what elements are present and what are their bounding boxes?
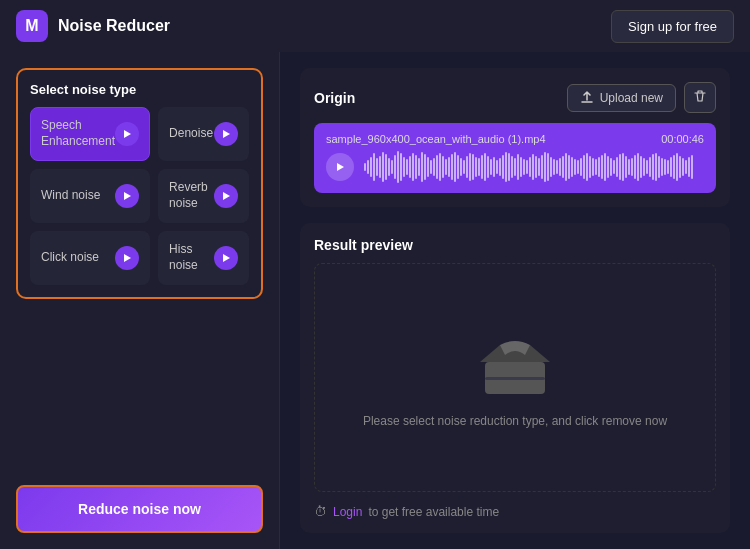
waveform-bar [691, 155, 693, 179]
waveform-bar [451, 154, 453, 180]
waveform-bar [658, 156, 660, 178]
login-link[interactable]: Login [333, 505, 362, 519]
waveform-bar [430, 160, 432, 174]
waveform-bar [460, 158, 462, 176]
waveform-bar [502, 155, 504, 179]
waveform-bar [583, 155, 585, 179]
noise-grid: SpeechEnhancement Denoise Wind noise [30, 107, 249, 285]
noise-item-label: Hiss noise [169, 242, 214, 273]
noise-play-btn-hiss[interactable] [214, 246, 238, 270]
waveform-bar [565, 153, 567, 181]
noise-item-denoise[interactable]: Denoise [158, 107, 249, 161]
audio-controls [326, 151, 704, 183]
waveform-bar [667, 160, 669, 174]
waveform-bar [466, 156, 468, 178]
waveform-bar [673, 155, 675, 179]
noise-item-reverb[interactable]: Reverb noise [158, 169, 249, 223]
upload-new-button[interactable]: Upload new [567, 84, 676, 112]
waveform-bar [376, 158, 378, 176]
noise-play-btn-reverb[interactable] [214, 184, 238, 208]
waveform-bar [397, 151, 399, 183]
svg-marker-2 [124, 192, 131, 200]
waveform-bar [670, 157, 672, 177]
waveform-bar [505, 152, 507, 182]
waveform-bar [556, 160, 558, 174]
svg-rect-8 [485, 377, 545, 380]
waveform-bar [538, 158, 540, 176]
empty-state-icon [470, 327, 560, 402]
waveform-bar [580, 158, 582, 176]
waveform-bar [535, 156, 537, 178]
waveform-bar [586, 153, 588, 181]
result-title: Result preview [314, 237, 716, 253]
waveform-bar [370, 157, 372, 177]
svg-marker-0 [124, 130, 131, 138]
waveform-bar [661, 158, 663, 176]
waveform-bar [514, 158, 516, 176]
waveform-bar [523, 159, 525, 175]
footer-suffix: to get free available time [368, 505, 499, 519]
result-content: Please select noise reduction type, and … [314, 263, 716, 492]
waveform-bar [517, 154, 519, 180]
waveform-bar [463, 160, 465, 174]
app-logo: M [16, 10, 48, 42]
app-header: M Noise Reducer Sign up for free [0, 0, 750, 52]
waveform-bar [541, 155, 543, 179]
waveform-bar [439, 153, 441, 181]
delete-button[interactable] [684, 82, 716, 113]
upload-icon [580, 91, 594, 105]
waveform-bar [511, 156, 513, 178]
noise-item-label: Wind noise [41, 188, 100, 204]
waveform-bar [403, 157, 405, 177]
noise-item-label: Click noise [41, 250, 99, 266]
clock-icon: ⏱ [314, 504, 327, 519]
waveform-bar [496, 160, 498, 174]
waveform-bar [472, 154, 474, 180]
noise-item-speech[interactable]: SpeechEnhancement [30, 107, 150, 161]
noise-item-wind[interactable]: Wind noise [30, 169, 150, 223]
waveform-bar [442, 156, 444, 178]
waveform-bar [394, 155, 396, 179]
waveform-bar [454, 152, 456, 182]
waveform-bar [526, 160, 528, 174]
noise-play-btn-wind[interactable] [115, 184, 139, 208]
signup-button[interactable]: Sign up for free [611, 10, 734, 43]
play-button[interactable] [326, 153, 354, 181]
waveform-bar [613, 160, 615, 174]
waveform-bar [592, 158, 594, 176]
waveform-bar [478, 158, 480, 176]
svg-marker-3 [223, 192, 230, 200]
audio-player: sample_960x400_ocean_with_audio (1).mp4 … [314, 123, 716, 193]
waveform-bar [433, 158, 435, 176]
waveform-bar [559, 158, 561, 176]
waveform-bar [640, 156, 642, 178]
waveform-bar [676, 153, 678, 181]
noise-item-label: Denoise [169, 126, 213, 142]
waveform-bar [652, 154, 654, 180]
waveform-bar [382, 152, 384, 182]
waveform-bar [685, 160, 687, 174]
noise-item-hiss[interactable]: Hiss noise [158, 231, 249, 285]
waveform-bar [589, 156, 591, 178]
noise-item-click[interactable]: Click noise [30, 231, 150, 285]
section-label: Select noise type [30, 82, 249, 97]
waveform-bar [385, 154, 387, 180]
noise-play-btn-speech[interactable] [115, 122, 139, 146]
waveform-bar [679, 156, 681, 178]
waveform-bar [643, 158, 645, 176]
reduce-noise-button[interactable]: Reduce noise now [16, 485, 263, 533]
noise-play-btn-denoise[interactable] [214, 122, 238, 146]
noise-item-label: Reverb noise [169, 180, 214, 211]
waveform-bar [646, 160, 648, 174]
waveform-bar [619, 154, 621, 180]
origin-section: Origin Upload new [300, 68, 730, 207]
waveform-bar [553, 159, 555, 175]
waveform-bar [409, 156, 411, 178]
waveform [364, 151, 704, 183]
noise-play-btn-click[interactable] [115, 246, 139, 270]
waveform-bar [550, 157, 552, 177]
waveform-bar [610, 158, 612, 176]
svg-marker-6 [337, 163, 344, 171]
duration: 00:00:46 [661, 133, 704, 145]
file-name: sample_960x400_ocean_with_audio (1).mp4 [326, 133, 546, 145]
